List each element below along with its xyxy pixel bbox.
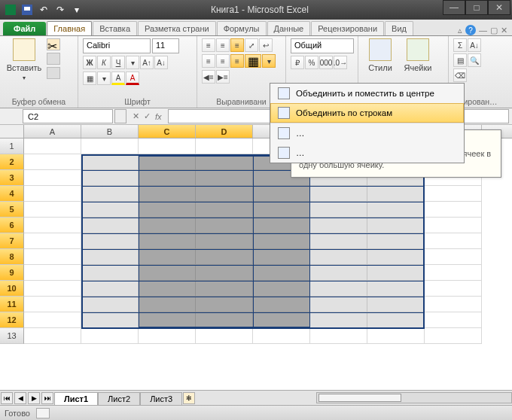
increase-indent-icon[interactable]: ▶≡ bbox=[216, 70, 230, 84]
tab-view[interactable]: Вид bbox=[385, 21, 413, 35]
enter-formula-icon[interactable]: ✓ bbox=[144, 111, 151, 121]
sheet-nav-prev-icon[interactable]: ◀ bbox=[14, 392, 26, 404]
cut-icon[interactable]: ✂ bbox=[47, 38, 60, 50]
row-head[interactable]: 6 bbox=[0, 218, 24, 233]
row-head[interactable]: 7 bbox=[0, 233, 24, 249]
cell[interactable] bbox=[425, 281, 482, 297]
undo-icon[interactable]: ↶ bbox=[38, 4, 50, 16]
new-sheet-icon[interactable]: ✻ bbox=[183, 392, 195, 404]
merge-center-item[interactable]: Объединить и поместить в центре bbox=[270, 84, 464, 103]
fill-color-icon[interactable]: A bbox=[111, 72, 125, 85]
fill-icon[interactable]: ▤ bbox=[453, 53, 467, 67]
align-bottom-icon[interactable]: ≡ bbox=[230, 38, 244, 52]
cell[interactable] bbox=[24, 312, 81, 328]
tab-data[interactable]: Данные bbox=[267, 21, 311, 35]
merge-cells-button[interactable]: ▦ bbox=[245, 54, 261, 68]
cell[interactable] bbox=[24, 233, 81, 249]
horizontal-scrollbar[interactable] bbox=[316, 392, 512, 403]
col-head-c[interactable]: C bbox=[139, 125, 196, 138]
qa-dropdown-icon[interactable]: ▾ bbox=[71, 4, 83, 16]
sort-filter-icon[interactable]: A↓ bbox=[468, 38, 481, 52]
cell[interactable] bbox=[81, 328, 139, 344]
row-head[interactable]: 10 bbox=[0, 281, 24, 297]
row-head[interactable]: 13 bbox=[0, 328, 24, 344]
doc-restore-icon[interactable]: ▢ bbox=[490, 26, 498, 35]
clear-icon[interactable]: ⌫ bbox=[453, 68, 467, 82]
unmerge-cells-item[interactable]: … bbox=[270, 143, 464, 163]
cell[interactable] bbox=[24, 265, 81, 281]
cancel-formula-icon[interactable]: ✕ bbox=[133, 111, 139, 121]
col-head-b[interactable]: B bbox=[81, 125, 139, 138]
font-color-icon[interactable]: A bbox=[126, 72, 139, 85]
row-head[interactable]: 9 bbox=[0, 265, 24, 281]
tab-review[interactable]: Рецензировани bbox=[311, 21, 384, 35]
row-head[interactable]: 4 bbox=[0, 186, 24, 202]
decrease-indent-icon[interactable]: ◀≡ bbox=[202, 70, 215, 84]
row-head[interactable]: 8 bbox=[0, 249, 24, 265]
cell[interactable] bbox=[425, 328, 482, 344]
cell[interactable] bbox=[367, 328, 425, 344]
underline-button[interactable]: Ч bbox=[111, 56, 125, 69]
cell[interactable] bbox=[81, 138, 139, 154]
cell[interactable] bbox=[425, 186, 482, 202]
cell[interactable] bbox=[425, 218, 482, 233]
tab-insert[interactable]: Вставка bbox=[93, 21, 137, 35]
sheet-nav-next-icon[interactable]: ▶ bbox=[28, 392, 40, 404]
cell[interactable] bbox=[425, 265, 482, 281]
cell[interactable] bbox=[425, 233, 482, 249]
sheet-tab-1[interactable]: Лист1 bbox=[54, 392, 98, 405]
percent-icon[interactable]: % bbox=[305, 56, 318, 69]
align-left-icon[interactable]: ≡ bbox=[202, 54, 215, 68]
align-middle-icon[interactable]: ≡ bbox=[216, 38, 230, 52]
currency-icon[interactable]: ₽ bbox=[291, 56, 304, 69]
row-head[interactable]: 3 bbox=[0, 170, 24, 186]
cell[interactable] bbox=[24, 249, 81, 265]
help-icon[interactable]: ? bbox=[465, 25, 476, 35]
grow-font-icon[interactable]: A↑ bbox=[140, 56, 154, 69]
cell[interactable] bbox=[24, 154, 81, 170]
close-button[interactable]: ✕ bbox=[488, 0, 510, 15]
merge-across-item[interactable]: Объединить по строкам bbox=[270, 103, 464, 123]
number-format-combo[interactable]: Общий bbox=[291, 38, 354, 53]
paste-button[interactable]: Вставить ▾ bbox=[5, 38, 44, 96]
cell[interactable] bbox=[253, 328, 310, 344]
cell[interactable] bbox=[425, 312, 482, 328]
autosum-icon[interactable]: Σ bbox=[453, 38, 467, 52]
italic-button[interactable]: К bbox=[97, 56, 111, 69]
cell[interactable] bbox=[24, 218, 81, 233]
cell[interactable] bbox=[425, 297, 482, 312]
find-icon[interactable]: 🔍 bbox=[468, 53, 481, 67]
borders-dd-icon[interactable]: ▾ bbox=[97, 72, 111, 85]
record-macro-icon[interactable] bbox=[36, 408, 50, 418]
row-head[interactable]: 2 bbox=[0, 154, 24, 170]
increase-decimal-icon[interactable]: .0→ bbox=[334, 56, 347, 69]
align-top-icon[interactable]: ≡ bbox=[202, 38, 215, 52]
tab-file[interactable]: Файл bbox=[3, 22, 46, 35]
name-box-dropdown-icon[interactable] bbox=[114, 109, 126, 123]
font-name-combo[interactable]: Calibri bbox=[83, 38, 151, 53]
tab-page-layout[interactable]: Разметка страни bbox=[138, 21, 216, 35]
sheet-nav-last-icon[interactable]: ⏭ bbox=[41, 392, 53, 404]
cell[interactable] bbox=[425, 202, 482, 218]
cell[interactable] bbox=[24, 328, 81, 344]
sheet-nav-first-icon[interactable]: ⏮ bbox=[1, 392, 13, 404]
cell[interactable] bbox=[196, 328, 253, 344]
row-head[interactable]: 11 bbox=[0, 297, 24, 312]
row-head[interactable]: 5 bbox=[0, 202, 24, 218]
row-head[interactable]: 12 bbox=[0, 312, 24, 328]
cell[interactable] bbox=[24, 138, 81, 154]
row-head[interactable]: 1 bbox=[0, 138, 24, 154]
bold-button[interactable]: Ж bbox=[83, 56, 96, 69]
sheet-tab-3[interactable]: Лист3 bbox=[140, 392, 182, 405]
redo-icon[interactable]: ↷ bbox=[54, 4, 66, 16]
wrap-text-icon[interactable]: ↩ bbox=[259, 38, 273, 52]
copy-icon[interactable] bbox=[47, 53, 60, 65]
format-painter-icon[interactable] bbox=[47, 67, 60, 79]
cell[interactable] bbox=[310, 328, 367, 344]
tab-home[interactable]: Главная bbox=[47, 21, 92, 35]
cell[interactable] bbox=[24, 202, 81, 218]
cell[interactable] bbox=[425, 249, 482, 265]
col-head-a[interactable]: A bbox=[24, 125, 81, 138]
fx-icon[interactable]: fx bbox=[155, 112, 162, 121]
cell[interactable] bbox=[24, 186, 81, 202]
